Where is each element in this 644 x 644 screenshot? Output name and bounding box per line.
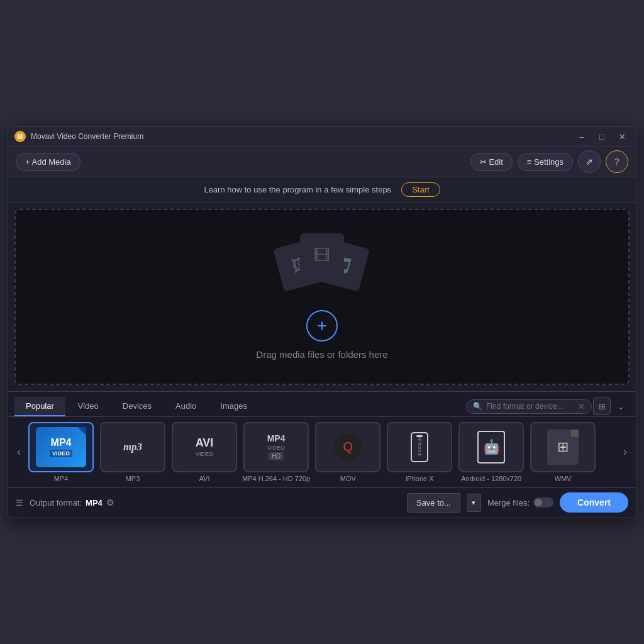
format-area: Popular Video Devices Audio Images 🔍 ✕ ⊞… [8,391,636,487]
output-settings-icon[interactable]: ⚙ [106,497,114,508]
list-item[interactable]: ⊞ WMV [529,422,597,482]
desktop: M Movavi Video Converter Premium – □ ✕ +… [0,0,644,644]
settings-button[interactable]: ≡ Settings [518,153,573,171]
convert-button[interactable]: Convert [560,492,628,513]
output-format-row: Output format: MP4 ⚙ [30,497,114,508]
list-item[interactable]: MP4 VIDEO HD MP4 H.264 - HD 720p [242,422,310,482]
video-icon: 🎞 [300,233,344,277]
chevron-down-icon[interactable]: ⌄ [612,397,630,415]
iphone-icon: iPhone [411,432,428,462]
list-item[interactable]: 🤖 Android - 1280x720 [457,422,525,482]
format-items-list: MP4 VIDEO MP4 mp3 MP3 [27,422,617,482]
wmv-label: WMV [555,475,572,482]
wmv-format-card[interactable]: ⊞ [530,422,596,472]
format-search-input[interactable] [486,402,574,411]
tab-devices[interactable]: Devices [111,397,163,416]
minimize-button[interactable]: – [574,131,589,142]
edit-button[interactable]: ✂ Edit [470,153,513,171]
file-icon: ☰ [16,498,23,508]
android-format-card[interactable]: 🤖 [458,422,524,472]
tab-audio[interactable]: Audio [164,397,208,416]
avi-label: AVI [199,475,210,482]
iphone-label: iPhone X [406,475,434,482]
bottom-bar: ☰ Output format: MP4 ⚙ Save to... ▾ Merg… [8,487,636,518]
mov-format-card[interactable]: Q [315,422,380,472]
help-button[interactable]: ? [606,150,628,173]
output-format-value: MP4 [86,498,103,508]
avi-format-card[interactable]: AVI VIDEO [172,422,237,472]
android-label: Android - 1280x720 [461,475,521,482]
start-button[interactable]: Start [401,182,440,197]
iphone-format-card[interactable]: iPhone [387,422,452,472]
format-grid-button[interactable]: ⊞ [593,397,611,415]
banner: Learn how to use the program in a few si… [8,177,636,203]
drop-zone[interactable]: 🖼 🎞 🎵 + Drag media files or folders here [14,209,630,385]
app-logo: M [14,131,26,142]
list-item[interactable]: iPhone iPhone X [386,422,453,482]
merge-files-toggle[interactable] [533,497,553,508]
search-icon: 🔍 [473,402,482,411]
title-bar: M Movavi Video Converter Premium – □ ✕ [8,127,636,147]
save-to-button[interactable]: Save to... [407,493,460,513]
format-items-container: ‹ MP4 VIDEO MP4 [8,417,636,487]
tab-video[interactable]: Video [67,397,110,416]
add-media-button[interactable]: + Add Media [16,153,80,171]
close-button[interactable]: ✕ [614,131,630,142]
mp3-format-card[interactable]: mp3 [100,422,165,472]
app-title: Movavi Video Converter Premium [31,132,574,141]
list-item[interactable]: AVI VIDEO AVI [170,422,238,482]
list-item[interactable]: Q MOV [314,422,382,482]
drop-zone-text: Drag media files or folders here [256,349,387,360]
search-clear-icon[interactable]: ✕ [578,402,585,411]
mp4-format-card[interactable]: MP4 VIDEO [28,422,94,472]
window-controls: – □ ✕ [574,131,630,142]
format-search-box: 🔍 ✕ [466,399,592,414]
mov-label: MOV [340,475,356,482]
banner-text: Learn how to use the program in a few si… [204,185,391,194]
list-item[interactable]: mp3 MP3 [99,422,167,482]
wmv-icon: ⊞ [547,430,579,465]
add-files-plus-icon[interactable]: + [306,310,338,341]
tab-popular[interactable]: Popular [14,397,65,416]
toolbar: + Add Media ✂ Edit ≡ Settings ⇗ ? [8,147,636,177]
mp4hd-label: MP4 H.264 - HD 720p [242,475,310,482]
merge-files-row: Merge files: [487,497,553,508]
tab-images[interactable]: Images [209,397,258,416]
mp4hd-format-card[interactable]: MP4 VIDEO HD [243,422,309,472]
format-tabs-row: Popular Video Devices Audio Images 🔍 ✕ ⊞… [8,392,636,417]
list-item[interactable]: MP4 VIDEO MP4 [27,422,95,482]
app-window: M Movavi Video Converter Premium – □ ✕ +… [8,126,636,518]
mov-icon: Q [334,433,362,461]
merge-files-label: Merge files: [487,498,530,508]
mp4-label: MP4 [54,475,69,482]
output-format-label: Output format: [30,498,82,508]
mp3-label: MP3 [126,475,140,482]
drop-icons: 🖼 🎞 🎵 [278,233,366,296]
android-icon: 🤖 [477,431,505,464]
format-next-button[interactable]: › [617,427,633,477]
share-button[interactable]: ⇗ [578,150,601,173]
save-to-dropdown-button[interactable]: ▾ [467,494,481,512]
format-prev-button[interactable]: ‹ [11,427,27,477]
maximize-button[interactable]: □ [594,131,609,142]
mp4-icon: MP4 VIDEO [36,427,86,467]
